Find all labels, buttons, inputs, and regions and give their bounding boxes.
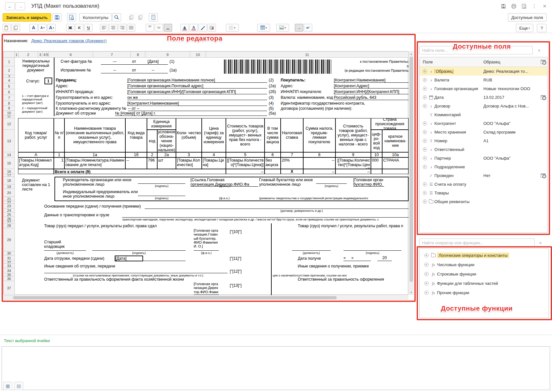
sheet-cell[interactable]: транспортная накладная, поручение экспед… — [122, 218, 409, 221]
expand-plus-icon[interactable]: + — [423, 281, 430, 285]
sheet-cell[interactable]: (подпись) — [138, 184, 185, 188]
sheet-cell[interactable]: № [Номер] от [Дата] г. — [115, 111, 267, 116]
splitter[interactable] — [0, 335, 552, 335]
sheet-cell[interactable]: [Контрагент.ИНН]/[Контрагент.КПП] — [334, 89, 409, 94]
sheet-cell[interactable] — [18, 169, 54, 174]
sheet-cell[interactable]: 2а — [157, 152, 176, 157]
functions-search-input[interactable] — [419, 238, 535, 247]
font-bigger-button[interactable]: А▾ — [47, 24, 56, 32]
sheet-cell[interactable]: (должность) — [292, 251, 331, 255]
row-number[interactable]: 5 — [4, 83, 15, 89]
borders-dropdown[interactable]: ▾ — [226, 24, 239, 32]
sheet-cell[interactable]: Данные о транспортировке и грузе — [44, 213, 122, 218]
sheet-cell[interactable]: 20 — [377, 256, 392, 261]
available-fields-button[interactable]: Доступные поля — [508, 13, 547, 22]
sheet-cell[interactable]: « » — [344, 256, 371, 261]
sheet-cell[interactable]: о — [337, 64, 409, 68]
sheet-cell[interactable]: [Контрагент.Наименование] — [334, 78, 409, 83]
italic-button[interactable]: К — [75, 24, 83, 32]
field-row[interactable]: TКомментарий — [420, 110, 547, 119]
sheet-cell[interactable]: СТРАНА — [382, 157, 409, 169]
sheet-cell[interactable]: Валюта: наименование, код — [281, 95, 335, 100]
copy-page-icon[interactable] — [127, 13, 136, 22]
row-number[interactable]: 13 — [4, 130, 15, 152]
sheet-cell[interactable]: Цена (тариф) за единицу измерения — [202, 118, 226, 152]
preview-button[interactable] — [67, 13, 76, 22]
expand-plus-icon[interactable]: + — [421, 78, 428, 82]
sheet-cell[interactable]: 4 — [202, 152, 226, 157]
sheet-cell[interactable]: 1б — [125, 152, 147, 157]
back-button[interactable]: ← — [5, 2, 15, 10]
sheet-cell[interactable]: Товар (груз) передал / услуги, результат… — [44, 224, 183, 229]
sheet-cell[interactable]: 2 – передаточный документ (акт) — [22, 107, 52, 116]
valign-bottom-icon[interactable] — [164, 24, 172, 32]
sheet-cell[interactable]: Ответственный за правильность оформления… — [44, 277, 220, 282]
sheet-cell[interactable]: 6 — [265, 152, 281, 157]
function-group-row[interactable]: +Логические операторы и константы — [420, 251, 548, 260]
sheet-cell[interactable]: (1а) — [169, 68, 180, 73]
functions-search-clear-icon[interactable]: × — [537, 240, 543, 246]
align-justify-icon[interactable] — [127, 24, 135, 32]
valign-middle-icon[interactable] — [155, 24, 163, 32]
available-fields-grid[interactable]: Поле Образец +›ОбразецДемо: Реализация т… — [419, 57, 547, 233]
underline-button[interactable]: Ч — [84, 24, 92, 32]
field-row[interactable]: +☰Товары — [420, 189, 547, 197]
print-icon[interactable] — [511, 3, 517, 9]
row-number[interactable]: 34 — [4, 268, 15, 273]
sheet-cell[interactable] — [371, 169, 382, 174]
horizontal-scroll-thumb[interactable] — [13, 296, 337, 299]
row-number[interactable]: 30 — [4, 251, 15, 256]
sheet-cell[interactable] — [138, 191, 185, 196]
sheet-cell[interactable]: ["[10]"] — [230, 229, 247, 234]
field-label[interactable]: Головная организация — [434, 86, 483, 91]
sheet-cell[interactable] — [138, 179, 185, 184]
row-number[interactable]: 17 — [4, 174, 15, 177]
row-number[interactable]: 27 — [4, 221, 15, 223]
sheet-cell[interactable] — [44, 268, 228, 273]
expand-plus-icon[interactable]: + — [421, 156, 428, 160]
field-label[interactable]: Образец — [434, 69, 483, 74]
sheet-cell[interactable]: № п/п — [54, 118, 64, 152]
scroll-up-icon[interactable]: ▲ — [409, 51, 413, 56]
sheet-cell[interactable]: [Товары.Количество] — [176, 157, 202, 169]
field-row[interactable]: +Общие реквизиты — [420, 197, 547, 206]
expand-plus-icon[interactable]: + — [421, 139, 428, 143]
column-header[interactable]: 6 — [49, 51, 93, 58]
expand-plus-icon[interactable]: + — [421, 182, 428, 186]
sheet-cell[interactable]: Адрес: — [281, 84, 333, 89]
sheet-cell[interactable]: (реквизиты свидетельства о государственн… — [259, 197, 409, 200]
fields-grid-settings-icon[interactable] — [539, 60, 547, 64]
expand-plus-icon[interactable]: + — [421, 121, 428, 126]
forward-button[interactable]: → — [15, 2, 25, 10]
save-icon[interactable] — [500, 3, 506, 9]
sheet-cell[interactable]: 3 — [176, 152, 202, 157]
sheet-cell[interactable]: 10 — [371, 152, 382, 157]
sheet-cell[interactable]: (ф.и.о.) — [190, 251, 222, 255]
sheet-cell[interactable]: Индивидуальный предприниматель или иное … — [63, 190, 147, 199]
expand-plus-icon[interactable]: + — [423, 253, 430, 257]
sheet-cell[interactable] — [265, 169, 281, 174]
row-number[interactable]: 24 — [4, 209, 15, 212]
fill-color-icon[interactable] — [180, 24, 189, 32]
sheet-cell[interactable]: Дата получе — [298, 256, 324, 261]
column-header[interactable]: 8 — [131, 51, 145, 58]
sheet-cell[interactable]: -- — [103, 68, 126, 73]
sheet-cell[interactable]: циф- ро- вой код — [371, 130, 382, 152]
field-row[interactable]: +›КонтрагентООО "Альфа" — [420, 119, 547, 128]
assignment-link[interactable]: Демо: Реализация товаров (Документ) — [31, 38, 107, 43]
sheet-cell[interactable]: к постановлению Правительс — [337, 60, 409, 64]
sheet-cell[interactable]: (3) — [269, 95, 280, 100]
sheet-cell[interactable]: Грузополучатель и его адрес: — [56, 101, 127, 106]
row-number[interactable]: 1 — [4, 58, 15, 66]
field-label[interactable]: Товары — [434, 191, 483, 195]
function-group-label[interactable]: Строковые функции — [437, 272, 476, 276]
sheet-cell[interactable]: К платежно-расчетному документу № — [56, 106, 128, 111]
field-row[interactable]: +›Место храненияСклад программ — [420, 128, 547, 136]
sheet-cell[interactable]: [Головная организация.Директор.ФИО.Фами — [194, 282, 219, 295]
sheet-cell[interactable]: -- — [140, 68, 166, 73]
sheet-cell[interactable]: Иные сведения об отгрузке, передаче — [44, 264, 141, 269]
fields-search-clear-icon[interactable]: × — [536, 48, 542, 53]
sheet-cell[interactable]: (должность) — [44, 251, 86, 255]
sheet-cell[interactable]: ИНН/КПП покупателя: — [281, 89, 333, 94]
sheet-cell[interactable]: 1 — [54, 157, 64, 169]
